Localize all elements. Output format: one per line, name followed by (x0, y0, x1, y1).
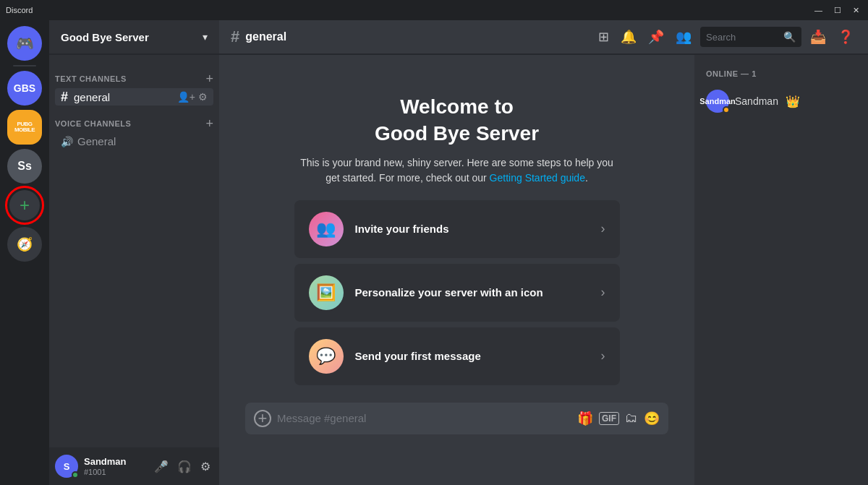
emoji-icon-button[interactable]: 😊 (644, 411, 660, 426)
speaker-icon: 🔊 (61, 136, 73, 147)
window-controls: — ☐ ✕ (812, 6, 862, 15)
channel-sidebar: Good Bye Server ▾ TEXT CHANNELS + # gene… (49, 20, 219, 485)
getting-started-link[interactable]: Getting Started guide (490, 172, 585, 184)
user-discriminator: #1001 (84, 468, 145, 476)
gif-icon-button[interactable]: GIF (599, 412, 619, 425)
user-name: Sandman (84, 456, 145, 468)
maximize-button[interactable]: ☐ (831, 6, 844, 15)
search-box[interactable]: Search 🔍 (700, 27, 801, 47)
invite-label: Invite your friends (355, 223, 590, 235)
minimize-button[interactable]: — (812, 6, 825, 15)
user-info: Sandman #1001 (84, 456, 145, 476)
welcome-title: Welcome to Good Bye Server (294, 94, 620, 147)
chat-area: Welcome to Good Bye Server This is your … (219, 55, 868, 485)
member-item-sandman[interactable]: Sandman Sandman 👑 (700, 87, 862, 116)
member-status-dot (723, 106, 730, 113)
first-message-icon: 💬 (309, 339, 344, 374)
channel-item-general[interactable]: # general 👤+ ⚙ (55, 88, 213, 106)
member-badge-crown: 👑 (786, 95, 800, 108)
search-placeholder: Search (706, 32, 779, 43)
title-bar: Discord — ☐ ✕ (0, 0, 868, 20)
server-header[interactable]: Good Bye Server ▾ (49, 20, 219, 55)
text-category-label[interactable]: TEXT CHANNELS (55, 74, 127, 83)
server-icon-gbs[interactable]: GBS (7, 71, 42, 106)
message-input-icons: 🎁 GIF 🗂 😊 (577, 411, 660, 426)
channel-name-general: general (74, 91, 173, 103)
voice-channel-name: General (77, 135, 208, 147)
help-button[interactable]: ❓ (835, 26, 856, 48)
members-sidebar: ONLINE — 1 Sandman Sandman 👑 (694, 55, 868, 485)
inbox-button[interactable]: 📥 (807, 26, 829, 48)
channel-header-name: general (245, 30, 286, 43)
message-input[interactable] (277, 412, 571, 424)
message-input-box: + 🎁 GIF 🗂 😊 (245, 403, 668, 434)
member-name-sandman: Sandman (735, 95, 778, 107)
invite-friends-card[interactable]: 👥 Invite your friends › (294, 200, 620, 258)
channel-header-hash-icon: # (231, 27, 239, 46)
text-channels-category: TEXT CHANNELS + (49, 61, 219, 88)
voice-channel-general[interactable]: 🔊 General (55, 133, 213, 150)
threads-button[interactable]: ⊞ (595, 26, 612, 48)
personalize-card[interactable]: 🖼️ Personalize your server with an icon … (294, 264, 620, 322)
microphone-button[interactable]: 🎤 (151, 457, 171, 476)
invite-arrow-icon: › (601, 221, 605, 236)
welcome-container: Welcome to Good Bye Server This is your … (294, 94, 620, 391)
server-chevron-icon: ▾ (203, 31, 208, 43)
first-message-label: Send your first message (355, 350, 590, 362)
personalize-label: Personalize your server with an icon (355, 286, 590, 299)
message-add-button[interactable]: + (254, 410, 271, 427)
user-controls: 🎤 🎧 ⚙ (151, 457, 213, 476)
message-input-area: + 🎁 GIF 🗂 😊 (234, 403, 680, 446)
add-voice-channel-button[interactable]: + (205, 117, 213, 130)
server-icon-ss[interactable]: Ss (7, 149, 42, 184)
voice-category-label[interactable]: VOICE CHANNELS (55, 119, 131, 128)
personalize-icon: 🖼️ (309, 275, 344, 310)
members-button[interactable]: 👥 (673, 26, 694, 48)
first-message-card[interactable]: 💬 Send your first message › (294, 327, 620, 385)
pinned-button[interactable]: 📌 (645, 26, 667, 48)
channel-action-icons: 👤+ ⚙ (177, 91, 208, 103)
app-body: 🎮 GBS PUBGMOBILE Ss + 🧭 Good Bye Server … (0, 20, 868, 485)
add-member-icon[interactable]: 👤+ (177, 91, 195, 103)
close-button[interactable]: ✕ (850, 6, 862, 15)
notifications-button[interactable]: 🔔 (618, 26, 639, 48)
sticker-icon-button[interactable]: 🗂 (625, 411, 638, 426)
personalize-arrow-icon: › (601, 285, 605, 300)
user-status-dot (72, 471, 79, 478)
channel-list: TEXT CHANNELS + # general 👤+ ⚙ VOICE CHA… (49, 55, 219, 447)
main-content: # general ⊞ 🔔 📌 👥 Search 🔍 📥 ❓ Welcome t… (219, 20, 868, 485)
welcome-description: This is your brand new, shiny server. He… (294, 155, 620, 186)
server-icon-pubg[interactable]: PUBGMOBILE (7, 110, 42, 145)
server-icon-home[interactable]: 🎮 (7, 26, 42, 61)
first-message-arrow-icon: › (601, 348, 605, 364)
server-list: 🎮 GBS PUBGMOBILE Ss + 🧭 (0, 20, 49, 485)
user-settings-button[interactable]: ⚙ (197, 457, 213, 476)
invite-icon: 👥 (309, 212, 344, 246)
chat-messages: Welcome to Good Bye Server This is your … (219, 55, 694, 485)
server-name: Good Bye Server (61, 31, 149, 43)
channel-header: # general ⊞ 🔔 📌 👥 Search 🔍 📥 ❓ (219, 20, 868, 55)
add-server-button[interactable]: + (7, 188, 42, 223)
headphone-button[interactable]: 🎧 (174, 457, 195, 476)
discover-button[interactable]: 🧭 (7, 227, 42, 262)
voice-channels-category: VOICE CHANNELS + (49, 106, 219, 133)
member-avatar-sandman: Sandman (706, 90, 729, 113)
channel-settings-icon[interactable]: ⚙ (198, 91, 208, 103)
channel-hash-icon: # (61, 90, 68, 103)
user-avatar: S (55, 455, 78, 478)
search-icon: 🔍 (783, 31, 796, 43)
app-title: Discord (6, 6, 33, 14)
server-list-divider (13, 65, 36, 66)
online-members-title: ONLINE — 1 (700, 66, 862, 81)
add-text-channel-button[interactable]: + (205, 72, 213, 85)
user-area: S Sandman #1001 🎤 🎧 ⚙ (49, 447, 219, 485)
gift-icon-button[interactable]: 🎁 (577, 411, 593, 426)
